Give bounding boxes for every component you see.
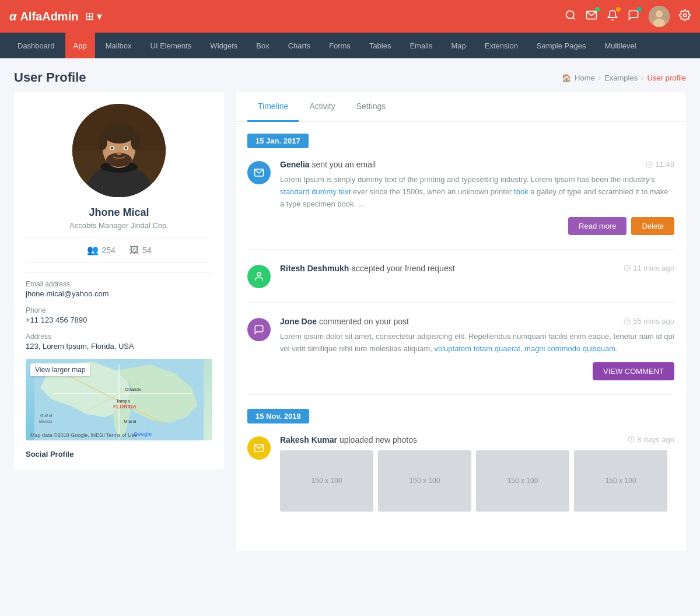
voluptatem-link[interactable]: voluptatem totam quaerat, magni commodo … xyxy=(434,344,617,353)
timeline-icon-comment xyxy=(247,318,271,341)
nav-map[interactable]: Map xyxy=(443,33,474,58)
mail-badge xyxy=(595,7,600,12)
tl-action-comment: commented on your post xyxy=(317,317,409,326)
svg-point-0 xyxy=(566,10,574,18)
photo-2[interactable]: 150 x 100 xyxy=(378,450,471,512)
photos-grid: 150 x 100 150 x 100 150 x 100 150 x 100 xyxy=(280,450,674,512)
view-larger-map-button[interactable]: View larger map xyxy=(30,363,90,376)
nav-tables[interactable]: Tables xyxy=(361,33,400,58)
tl-desc-email: Lorem Ipsum is simply dummy text of the … xyxy=(280,174,674,210)
tl-text-comment: Jone Doe commented on your post xyxy=(280,317,409,326)
nav-extension[interactable]: Extension xyxy=(477,33,526,58)
nav-charts[interactable]: Charts xyxy=(280,33,318,58)
photo-3[interactable]: 150 x 100 xyxy=(476,450,569,512)
svg-text:Miami: Miami xyxy=(124,419,136,424)
nav-app[interactable]: App xyxy=(65,33,95,58)
grid-menu-icon[interactable]: ⊞ ▾ xyxy=(85,10,102,23)
view-comment-button[interactable]: VIEW COMMENT xyxy=(593,362,674,380)
nav-forms[interactable]: Forms xyxy=(321,33,359,58)
tab-timeline[interactable]: Timeline xyxy=(247,92,299,122)
timeline-item-friend: Ritesh Deshmukh accepted your friend req… xyxy=(247,264,674,303)
profile-name: Jhone Mical xyxy=(26,206,212,219)
timeline-item-comment: Jone Doe commented on your post 55 mins … xyxy=(247,317,674,395)
tl-header-friend: Ritesh Deshmukh accepted your friend req… xyxy=(280,264,674,273)
nav-multilevel[interactable]: Multilevel xyxy=(596,33,644,58)
breadcrumb-sep2: › xyxy=(641,74,643,82)
page-title: User Profile xyxy=(14,70,86,85)
divider-1 xyxy=(26,272,212,273)
images-icon: 🖼 xyxy=(130,245,139,256)
map-container: Orlando Tampa FLORIDA Miami Gulf of Mexi… xyxy=(26,359,212,440)
email-section: Email address jhone.mical@yahoo.com xyxy=(26,280,212,298)
tl-time-value-friend: 11 mins ago xyxy=(633,264,674,272)
brand-logo[interactable]: α AlfaAdmin xyxy=(9,10,78,23)
profile-stats: 👥 254 🖼 54 xyxy=(26,237,212,263)
breadcrumb-current: User profile xyxy=(648,74,686,82)
tl-text-friend: Ritesh Deshmukh accepted your friend req… xyxy=(280,264,455,273)
mail-icon[interactable] xyxy=(586,9,597,24)
svg-point-23 xyxy=(125,147,127,149)
main-content: Jhone Mical Accobts Manager Jindal Cop. … xyxy=(0,92,700,565)
timeline-body-photos: Rakesh Kumar uploaded new photos 8 days … xyxy=(280,435,674,512)
breadcrumb-examples[interactable]: Examples xyxy=(604,74,638,82)
settings-icon[interactable] xyxy=(679,9,691,24)
nav-box[interactable]: Box xyxy=(248,33,277,58)
timeline-icon-email xyxy=(247,161,271,184)
tab-settings[interactable]: Settings xyxy=(346,92,397,122)
email-value: jhone.mical@yahoo.com xyxy=(26,289,212,298)
photo-1[interactable]: 150 x 100 xyxy=(280,450,373,512)
svg-point-4 xyxy=(656,10,663,18)
date-badge-1: 15 Jan. 2017 xyxy=(247,134,309,148)
tl-time-value-email: 11:48 xyxy=(655,160,674,169)
read-more-button[interactable]: Read more xyxy=(568,217,626,235)
svg-point-42 xyxy=(257,273,261,276)
stat-images: 🖼 54 xyxy=(130,244,152,256)
stat-followers: 👥 254 xyxy=(87,244,116,256)
phone-label: Phone xyxy=(26,306,212,314)
chat-badge xyxy=(637,7,642,12)
tl-text-photos: Rakesh Kumar uploaded new photos xyxy=(280,435,417,444)
nav-dashboard[interactable]: Dashboard xyxy=(9,33,63,58)
tl-time-comment: 55 mins ago xyxy=(624,317,674,326)
tab-activity[interactable]: Activity xyxy=(299,92,345,122)
timeline-body-friend: Ritesh Deshmukh accepted your friend req… xyxy=(280,264,674,288)
tl-action-friend: accepted your friend request xyxy=(349,264,454,273)
tl-time-email: 11:48 xyxy=(646,160,674,169)
tl-time-friend: 11 mins ago xyxy=(624,264,674,272)
search-icon[interactable] xyxy=(565,9,576,24)
tl-actor-photos: Rakesh Kumar xyxy=(280,435,337,444)
brand-name: AlfaAdmin xyxy=(20,10,78,23)
profile-photo xyxy=(72,104,166,197)
timeline-item-photos: Rakesh Kumar uploaded new photos 8 days … xyxy=(247,435,674,526)
tl-text-email: Genelia sent you an email xyxy=(280,160,376,169)
breadcrumb: 🏠 Home › Examples › User profile xyxy=(562,74,686,82)
nav-ui-elements[interactable]: UI Elements xyxy=(142,33,200,58)
profile-main: Timeline Activity Settings 15 Jan. 2017 … xyxy=(236,92,686,551)
chat-icon[interactable] xyxy=(628,9,639,24)
nav-sample-pages[interactable]: Sample Pages xyxy=(528,33,594,58)
svg-point-17 xyxy=(98,134,107,150)
followers-count: 254 xyxy=(102,246,116,255)
tl-action-photos: uploaded new photos xyxy=(337,435,417,444)
tl-desc-comment: Lorem ipsum dolor sit amet, consectetur … xyxy=(280,331,674,355)
delete-button[interactable]: Delete xyxy=(631,217,674,235)
tl-action-email: sent you an email xyxy=(310,160,376,169)
images-count: 54 xyxy=(142,246,152,255)
tl-actor-comment: Jone Doe xyxy=(280,317,317,326)
nav-widgets[interactable]: Widgets xyxy=(202,33,246,58)
breadcrumb-home[interactable]: Home xyxy=(575,74,595,82)
tl-time-value-photos: 8 days ago xyxy=(637,435,674,444)
notifications-icon[interactable] xyxy=(607,9,618,24)
svg-text:FLORIDA: FLORIDA xyxy=(113,404,136,410)
phone-value: +11 123 456 7890 xyxy=(26,316,212,324)
nav-mailbox[interactable]: Mailbox xyxy=(97,33,140,58)
took-link[interactable]: took xyxy=(514,187,528,196)
timeline-item-email: Genelia sent you an email 11:48 Lorem Ip… xyxy=(247,160,674,250)
top-navbar: α AlfaAdmin ⊞ ▾ xyxy=(0,0,700,33)
standard-dummy-link[interactable]: standard dummy text xyxy=(280,187,351,196)
user-avatar[interactable] xyxy=(649,6,670,27)
photo-4[interactable]: 150 x 100 xyxy=(574,450,667,512)
timeline-icon-friend xyxy=(247,265,271,288)
nav-emails[interactable]: Emails xyxy=(401,33,440,58)
tl-time-photos: 8 days ago xyxy=(628,435,674,444)
